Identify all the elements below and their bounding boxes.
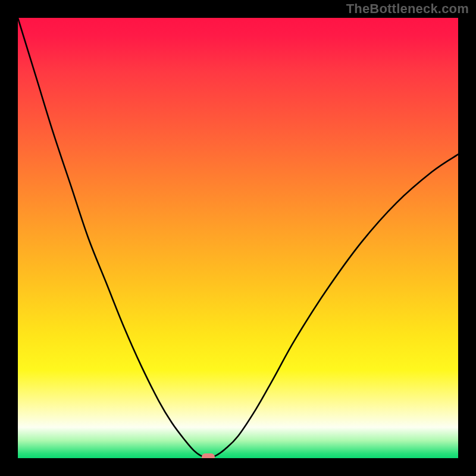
optimal-point-marker (202, 453, 215, 458)
curve-svg (18, 18, 458, 458)
watermark-text: TheBottleneck.com (346, 1, 469, 17)
chart-frame: TheBottleneck.com (0, 0, 476, 476)
plot-area (18, 18, 458, 458)
bottleneck-curve (18, 18, 458, 458)
